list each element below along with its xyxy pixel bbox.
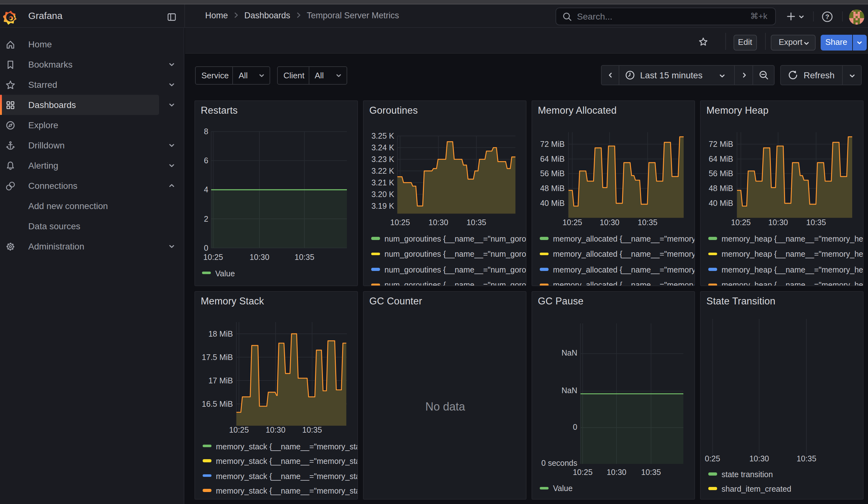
svg-text:48 MiB: 48 MiB (540, 184, 565, 192)
svg-text:56 MiB: 56 MiB (540, 169, 565, 177)
svg-text:10:25: 10:25 (203, 252, 223, 261)
svg-text:10:30: 10:30 (428, 218, 448, 226)
svg-text:18 MiB: 18 MiB (208, 329, 233, 338)
svg-text:10:30: 10:30 (607, 467, 627, 476)
svg-text:3.21 K: 3.21 K (372, 178, 394, 187)
svg-text:3.19 K: 3.19 K (372, 201, 394, 210)
svg-text:10:35: 10:35 (797, 454, 817, 463)
svg-text:10:25: 10:25 (390, 218, 410, 226)
svg-text:3.20 K: 3.20 K (372, 189, 394, 198)
svg-text:56 MiB: 56 MiB (709, 169, 733, 177)
svg-text:10:30: 10:30 (250, 252, 270, 261)
svg-text:0: 0 (204, 243, 208, 252)
svg-text:17.5 MiB: 17.5 MiB (202, 352, 233, 361)
svg-text:10:25: 10:25 (731, 218, 751, 226)
svg-text:48 MiB: 48 MiB (709, 184, 733, 192)
svg-text:10:30: 10:30 (749, 454, 769, 463)
svg-text:10:30: 10:30 (768, 218, 788, 226)
svg-text:10:35: 10:35 (294, 252, 314, 261)
svg-text:8: 8 (204, 127, 208, 135)
svg-text:10:35: 10:35 (466, 218, 486, 226)
svg-text:10:35: 10:35 (302, 425, 322, 434)
svg-text:2: 2 (204, 214, 208, 223)
svg-text:3.24 K: 3.24 K (372, 143, 394, 152)
svg-text:40 MiB: 40 MiB (709, 198, 733, 207)
svg-text:10:35: 10:35 (641, 467, 661, 476)
svg-text:10:25: 10:25 (229, 425, 249, 434)
svg-text:3.22 K: 3.22 K (372, 166, 394, 175)
svg-text:64 MiB: 64 MiB (709, 154, 733, 163)
svg-text:NaN: NaN (561, 385, 577, 394)
svg-text:16.5 MiB: 16.5 MiB (202, 399, 233, 408)
svg-text:0 seconds: 0 seconds (541, 458, 577, 467)
svg-text:10:30: 10:30 (266, 425, 286, 434)
svg-text:10:35: 10:35 (806, 218, 826, 226)
svg-text:72 MiB: 72 MiB (709, 139, 733, 148)
svg-text:17 MiB: 17 MiB (208, 376, 233, 384)
svg-text:72 MiB: 72 MiB (540, 139, 565, 148)
svg-text:4: 4 (204, 185, 208, 194)
svg-text:6: 6 (204, 156, 208, 165)
svg-text:10:25: 10:25 (562, 218, 582, 226)
svg-text:0: 0 (573, 422, 577, 431)
svg-text:10:25: 10:25 (573, 467, 593, 476)
svg-text:0:25: 0:25 (705, 454, 720, 463)
svg-text:40 MiB: 40 MiB (540, 198, 565, 207)
svg-text:3.23 K: 3.23 K (372, 154, 394, 163)
svg-text:64 MiB: 64 MiB (540, 154, 565, 163)
svg-text:3.25 K: 3.25 K (372, 131, 394, 140)
svg-text:10:35: 10:35 (638, 218, 658, 226)
svg-text:NaN: NaN (561, 348, 577, 357)
svg-text:10:30: 10:30 (600, 218, 620, 226)
